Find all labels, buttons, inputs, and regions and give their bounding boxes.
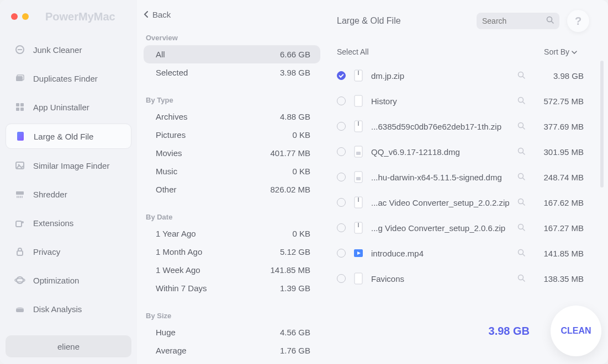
- filter-row[interactable]: Pictures0 KB: [144, 126, 320, 144]
- reveal-icon[interactable]: [517, 147, 525, 157]
- user-account[interactable]: eliene: [6, 335, 131, 357]
- file-size: 141.85 MB: [533, 249, 584, 258]
- file-row[interactable]: ...hu-darwin-x64-5.11.5-signed.dmg 248.7…: [334, 164, 587, 190]
- svg-line-24: [552, 22, 554, 24]
- sidebar-item-duplicates-finder[interactable]: Duplicates Finder: [6, 66, 131, 90]
- filter-row[interactable]: Selected3.98 GB: [144, 63, 320, 82]
- sidebar-item-privacy[interactable]: Privacy: [6, 239, 131, 264]
- planet-icon: [14, 275, 25, 286]
- filter-row[interactable]: 1 Week Ago141.85 MB: [144, 261, 320, 279]
- svg-point-19: [17, 277, 23, 283]
- broom-icon: [14, 44, 25, 55]
- file-checkbox[interactable]: [337, 198, 346, 207]
- file-checkbox[interactable]: [337, 147, 346, 156]
- file-row[interactable]: History 572.75 MB: [334, 88, 587, 114]
- filter-row[interactable]: Within 7 Days1.39 GB: [144, 279, 320, 297]
- main-panel: Large & Old File ? Select All Sort By dm…: [329, 0, 608, 364]
- sidebar-item-label: Large & Old File: [34, 132, 93, 141]
- reveal-icon[interactable]: [517, 274, 525, 283]
- sidebar-item-disk-analysis[interactable]: Disk Analysis: [6, 297, 131, 321]
- close-window-button[interactable]: [11, 13, 18, 20]
- puzzle-icon: [14, 217, 25, 228]
- file-checkbox[interactable]: [337, 274, 346, 283]
- filter-row[interactable]: All6.66 GB: [144, 45, 320, 63]
- sidebar-item-label: App Uninstaller: [33, 103, 89, 112]
- reveal-icon[interactable]: [517, 173, 525, 182]
- select-all-button[interactable]: Select All: [337, 47, 369, 56]
- file-row[interactable]: ...g Video Converter_setup_2.0.6.zip 167…: [334, 215, 587, 240]
- sidebar-item-extensions[interactable]: Extensions: [6, 211, 131, 235]
- file-checkbox[interactable]: [337, 71, 346, 80]
- filter-label: Other: [156, 185, 177, 194]
- filter-row[interactable]: Archives4.88 GB: [144, 108, 320, 126]
- file-checkbox[interactable]: [337, 249, 346, 258]
- scrollbar-thumb[interactable]: [600, 61, 604, 188]
- chevron-left-icon: [144, 10, 149, 19]
- file-row[interactable]: ...ac Video Converter_setup_2.0.2.zip 16…: [334, 190, 587, 215]
- svg-rect-37: [356, 152, 361, 155]
- file-type-icon: [353, 222, 363, 234]
- file-name: ...hu-darwin-x64-5.11.5-signed.dmg: [371, 173, 510, 182]
- filter-value: 0 KB: [292, 130, 310, 140]
- reveal-icon[interactable]: [517, 198, 525, 207]
- filter-value: 6.66 GB: [280, 50, 310, 59]
- file-name: ...ac Video Converter_setup_2.0.2.zip: [371, 198, 510, 207]
- window-controls: PowerMyMac: [6, 7, 131, 23]
- sidebar-item-optimization[interactable]: Optimization: [6, 268, 131, 292]
- file-checkbox[interactable]: [337, 223, 346, 232]
- sidebar-item-large-old-file[interactable]: Large & Old File: [6, 124, 131, 149]
- svg-line-51: [523, 228, 525, 231]
- file-row[interactable]: introduce.mp4 141.85 MB: [334, 240, 587, 266]
- search-box[interactable]: [477, 13, 559, 29]
- svg-rect-26: [358, 71, 359, 75]
- overview-title: Overview: [144, 34, 320, 42]
- file-checkbox[interactable]: [337, 173, 346, 181]
- file-type-icon: [353, 69, 363, 82]
- file-checkbox[interactable]: [337, 97, 346, 105]
- sidebar-item-junk-cleaner[interactable]: Junk Cleaner: [6, 38, 131, 62]
- filter-row[interactable]: Other826.02 MB: [144, 180, 320, 199]
- file-row[interactable]: Favicons 138.35 MB: [334, 266, 587, 291]
- filter-row[interactable]: 1 Month Ago5.12 GB: [144, 243, 320, 261]
- filter-value: 4.88 GB: [280, 112, 310, 121]
- filter-row[interactable]: 1 Year Ago0 KB: [144, 224, 320, 243]
- sidebar-item-similar-image-finder[interactable]: Similar Image Finder: [6, 153, 131, 178]
- grid-icon: [14, 101, 25, 113]
- filter-row[interactable]: Movies401.77 MB: [144, 144, 320, 162]
- file-row[interactable]: QQ_v6.9.17-12118.dmg 301.95 MB: [334, 139, 587, 164]
- filter-label: Archives: [156, 112, 188, 121]
- filter-label: Selected: [156, 68, 188, 77]
- file-type-icon: [353, 272, 363, 285]
- reveal-icon[interactable]: [517, 97, 525, 106]
- filter-value: 3.98 GB: [280, 68, 310, 77]
- back-button[interactable]: Back: [144, 7, 320, 19]
- help-button[interactable]: ?: [567, 10, 589, 32]
- filter-value: 0 KB: [292, 229, 310, 238]
- reveal-icon[interactable]: [517, 223, 525, 233]
- filter-row[interactable]: Small336.12 MB: [144, 360, 320, 364]
- sidebar-item-shredder[interactable]: Shredder: [6, 182, 131, 206]
- file-checkbox[interactable]: [337, 122, 346, 131]
- clean-button[interactable]: CLEAN: [551, 306, 601, 356]
- minimize-window-button[interactable]: [22, 13, 29, 20]
- file-color-icon: [15, 131, 26, 142]
- by-type-title: By Type: [144, 96, 320, 104]
- svg-rect-56: [355, 273, 362, 284]
- reveal-icon[interactable]: [517, 71, 525, 81]
- filter-row[interactable]: Average1.76 GB: [144, 341, 320, 360]
- sidebar-item-label: Optimization: [33, 276, 79, 285]
- svg-rect-41: [356, 177, 361, 180]
- sort-by-button[interactable]: Sort By: [544, 47, 577, 56]
- scrollbar[interactable]: [600, 61, 604, 303]
- reveal-icon[interactable]: [517, 249, 525, 258]
- sidebar-item-label: Extensions: [33, 218, 73, 228]
- file-row[interactable]: ...6385d59c0db76e62deb17-1th.zip 377.69 …: [334, 114, 587, 139]
- sidebar-item-app-uninstaller[interactable]: App Uninstaller: [6, 95, 131, 119]
- sidebar-item-label: Shredder: [33, 190, 67, 199]
- search-input[interactable]: [482, 17, 542, 25]
- filter-row[interactable]: Music0 KB: [144, 162, 320, 180]
- file-type-icon: [353, 196, 363, 208]
- filter-row[interactable]: Huge4.56 GB: [144, 323, 320, 341]
- reveal-icon[interactable]: [517, 122, 525, 131]
- file-row[interactable]: dm.jp.zip 3.98 GB: [334, 63, 587, 88]
